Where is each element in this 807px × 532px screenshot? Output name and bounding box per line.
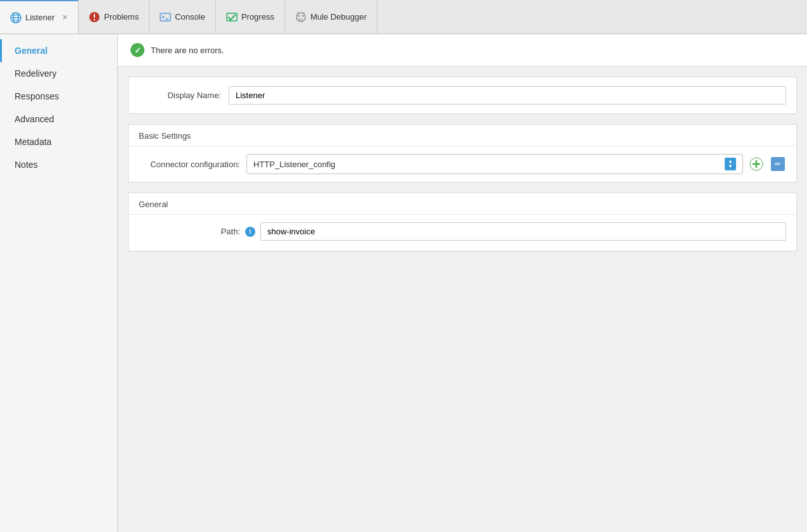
tab-listener[interactable]: Listener ✕	[0, 0, 79, 34]
console-icon	[160, 11, 171, 23]
problems-icon	[89, 11, 100, 23]
tab-listener-label: Listener	[25, 13, 54, 22]
connector-config-value: HTTP_Listener_config	[253, 160, 335, 169]
tab-problems-label: Problems	[104, 12, 139, 22]
sidebar-item-redelivery[interactable]: Redelivery	[0, 62, 117, 85]
display-name-input[interactable]	[229, 86, 786, 104]
connector-config-select[interactable]: HTTP_Listener_config ▲ ▼	[246, 154, 743, 174]
tab-console-label: Console	[175, 12, 205, 22]
progress-icon	[226, 11, 238, 23]
add-green-icon	[749, 157, 763, 171]
globe-icon	[10, 12, 22, 23]
mule-icon	[295, 11, 307, 23]
svg-point-12	[298, 15, 300, 16]
sidebar: General Redelivery Responses Advanced Me…	[0, 34, 118, 532]
success-icon: ✓	[130, 43, 144, 57]
tab-console[interactable]: Console	[149, 0, 216, 34]
display-name-section: Display Name:	[128, 77, 797, 114]
svg-line-15	[303, 12, 305, 13]
svg-point-13	[302, 15, 303, 16]
connector-select-wrap: HTTP_Listener_config ▲ ▼	[246, 154, 786, 174]
connector-config-label: Connector configuration:	[139, 160, 240, 169]
top-tab-bar: Listener ✕ Problems Console	[0, 0, 807, 34]
sidebar-item-notes[interactable]: Notes	[0, 153, 117, 176]
general-section-header: General	[129, 193, 796, 215]
svg-point-7	[94, 18, 95, 20]
sidebar-item-general[interactable]: General	[0, 39, 117, 62]
sidebar-item-metadata[interactable]: Metadata	[0, 130, 117, 153]
path-row: Path: i	[129, 215, 796, 251]
status-bar: ✓ There are no errors.	[118, 34, 807, 66]
basic-settings-header: Basic Settings	[129, 125, 796, 146]
content-area: ✓ There are no errors. Display Name: Bas…	[118, 34, 807, 532]
connector-config-row: Connector configuration: HTTP_Listener_c…	[129, 146, 796, 182]
svg-rect-8	[160, 13, 170, 21]
edit-pencil-icon	[771, 157, 785, 171]
svg-line-14	[297, 12, 298, 13]
svg-point-11	[296, 13, 305, 22]
display-name-label: Display Name:	[139, 91, 221, 100]
display-name-row: Display Name:	[129, 77, 796, 113]
edit-config-button[interactable]	[770, 156, 786, 172]
general-section: General Path: i	[128, 193, 797, 251]
tab-mule-debugger[interactable]: Mule Debugger	[285, 0, 378, 34]
path-label: Path:	[139, 227, 240, 236]
svg-rect-6	[94, 14, 95, 18]
tab-problems[interactable]: Problems	[79, 0, 149, 34]
select-arrows-icon: ▲ ▼	[725, 158, 736, 170]
tab-progress-label: Progress	[241, 12, 274, 22]
status-message: There are no errors.	[151, 46, 224, 55]
path-input[interactable]	[260, 222, 786, 241]
tab-mule-debugger-label: Mule Debugger	[310, 12, 367, 22]
basic-settings-section: Basic Settings Connector configuration: …	[128, 124, 797, 182]
main-layout: General Redelivery Responses Advanced Me…	[0, 34, 807, 532]
tab-progress[interactable]: Progress	[216, 0, 285, 34]
close-icon[interactable]: ✕	[62, 13, 68, 22]
info-icon: i	[245, 227, 255, 237]
add-config-button[interactable]	[748, 156, 765, 172]
sidebar-item-advanced[interactable]: Advanced	[0, 108, 117, 130]
sidebar-item-responses[interactable]: Responses	[0, 85, 117, 108]
